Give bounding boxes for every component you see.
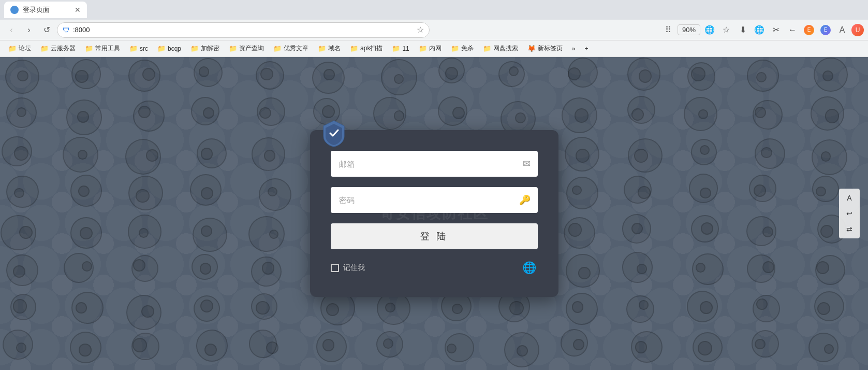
bookmark-label: 云服务器	[51, 44, 76, 53]
bookmark-articles[interactable]: 📁 优秀文章	[269, 42, 313, 54]
bookmark-label: 新标签页	[538, 44, 563, 53]
folder-icon: 📁	[451, 45, 459, 52]
bookmark-crypto[interactable]: 📁 加解密	[186, 42, 224, 54]
folder-icon: 📁	[85, 45, 93, 52]
extension2-button[interactable]: E	[818, 23, 833, 37]
swap-icon: ⇄	[846, 225, 852, 233]
bookmark-src[interactable]: 📁 src	[125, 43, 152, 54]
bookmark-label: 加解密	[201, 44, 219, 53]
star-icon: ☆	[723, 25, 730, 35]
back-arrow-button[interactable]: ←	[785, 23, 800, 37]
bookmark-bcqp[interactable]: 📁 bcqp	[153, 43, 185, 54]
reload-button[interactable]: ↺	[39, 23, 54, 37]
login-card: 奇安信攻防社区 ✉ 🔑 登 陆 记住我 🌐	[310, 130, 558, 297]
folder-icon: 📁	[157, 45, 166, 52]
bookmark-label: bcqp	[168, 45, 181, 52]
extension2-icon: E	[820, 25, 831, 35]
bottom-row: 记住我 🌐	[331, 260, 538, 276]
download-button[interactable]: ⬇	[735, 23, 750, 37]
bookmark-label: 域名	[328, 44, 341, 53]
bookmark-label: 资产查询	[239, 44, 264, 53]
bookmark-star-icon[interactable]: ☆	[417, 25, 424, 35]
tab-close-button[interactable]: ✕	[75, 6, 81, 14]
float-undo-button[interactable]: ↩	[841, 206, 858, 221]
bookmark-cloud[interactable]: 📁 云服务器	[36, 42, 80, 54]
globe-lang-icon: 🌐	[522, 261, 536, 275]
bookmark-label: 常用工具	[95, 44, 120, 53]
float-swap-button[interactable]: ⇄	[841, 222, 858, 236]
bookmark-label: 11	[402, 45, 409, 52]
bookmark-netdisk[interactable]: 📁 网盘搜索	[479, 42, 522, 54]
firefox-icon: 🦊	[527, 45, 536, 52]
folder-icon: 📁	[190, 45, 199, 52]
bookmark-label: 网盘搜索	[493, 44, 518, 53]
folder-icon: 📁	[40, 45, 49, 52]
bookmark-new-tab-btn[interactable]: +	[580, 44, 592, 54]
password-icon: 🔑	[519, 194, 531, 206]
globe-button[interactable]: 🌐	[752, 23, 767, 37]
bookmark-domain[interactable]: 📁 域名	[314, 42, 345, 54]
screenshot-button[interactable]: ✂	[769, 23, 783, 37]
language-globe-button[interactable]: 🌐	[521, 260, 538, 276]
login-button[interactable]: 登 陆	[331, 223, 538, 249]
float-text-button[interactable]: A	[841, 191, 858, 205]
remember-me-checkbox[interactable]	[331, 264, 339, 272]
main-content: 奇安信攻防社区 ✉ 🔑 登 陆 记住我 🌐 A	[0, 57, 868, 370]
floating-toolbar: A ↩ ⇄	[839, 189, 860, 238]
active-tab[interactable]: 登录页面 ✕	[4, 2, 87, 18]
tab-title: 登录页面	[23, 5, 50, 15]
text-a-icon: A	[847, 194, 851, 202]
address-text: :8000	[73, 26, 414, 34]
folder-icon: 📁	[419, 45, 427, 52]
remember-me-label[interactable]: 记住我	[331, 263, 365, 273]
bookmark-label: 内网	[429, 44, 442, 53]
logo-area	[322, 120, 345, 148]
bookmarks-bar: 📁 论坛 📁 云服务器 📁 常用工具 📁 src 📁 bcqp 📁 加解密 📁 …	[0, 40, 868, 57]
folder-icon: 📁	[350, 45, 358, 52]
extension1-button[interactable]: E	[802, 23, 816, 37]
bookmark-label: 论坛	[19, 44, 31, 53]
translate-icon: 🌐	[704, 25, 715, 35]
folder-icon: 📁	[229, 45, 237, 52]
folder-icon: 📁	[129, 45, 138, 52]
nav-bar: ‹ › ↺ 🛡 :8000 ☆ ⠿ 90% 🌐 ☆ ⬇ 🌐	[0, 20, 868, 40]
security-icon: 🛡	[63, 26, 70, 34]
shield-logo-icon	[322, 120, 345, 148]
bookmark-antikill[interactable]: 📁 免杀	[447, 42, 478, 54]
globe-icon: 🌐	[754, 25, 764, 35]
address-bar[interactable]: 🛡 :8000 ☆	[57, 22, 430, 38]
remember-me-text: 记住我	[343, 263, 365, 273]
browser-chrome: 登录页面 ✕ ‹ › ↺ 🛡 :8000 ☆ ⠿ 90% 🌐 ☆ ⬇	[0, 0, 868, 57]
bookmark-forum[interactable]: 📁 论坛	[4, 42, 35, 54]
back-button[interactable]: ‹	[4, 23, 19, 37]
translate2-icon: A	[840, 25, 845, 35]
undo-icon: ↩	[846, 209, 852, 218]
bookmark-11[interactable]: 📁 11	[388, 43, 413, 54]
tab-favicon	[10, 6, 19, 14]
password-input[interactable]	[331, 187, 538, 213]
avatar-letter: U	[856, 26, 860, 34]
forward-button[interactable]: ›	[22, 23, 36, 37]
translate-button[interactable]: 🌐	[702, 23, 717, 37]
bookmark-tools[interactable]: 📁 常用工具	[81, 42, 124, 54]
bookmark-button[interactable]: ☆	[719, 23, 733, 37]
folder-icon: 📁	[483, 45, 491, 52]
extension1-icon: E	[804, 25, 814, 35]
download-icon: ⬇	[740, 25, 746, 35]
scissors-icon: ✂	[773, 25, 779, 35]
bookmark-label: 优秀文章	[284, 44, 308, 53]
bookmark-label: src	[140, 45, 148, 52]
email-input[interactable]	[331, 151, 538, 177]
bookmark-more[interactable]: »	[568, 44, 580, 54]
bookmark-newtab[interactable]: 🦊 新标签页	[523, 42, 567, 54]
bookmark-assets[interactable]: 📁 资产查询	[225, 42, 268, 54]
bookmark-apk[interactable]: 📁 apk扫描	[346, 42, 387, 54]
email-icon: ✉	[523, 158, 531, 169]
qr-code-button[interactable]: ⠿	[661, 23, 675, 37]
qr-icon: ⠿	[665, 25, 671, 35]
password-input-wrapper: 🔑	[331, 187, 538, 213]
bookmark-intranet[interactable]: 📁 内网	[415, 42, 446, 54]
profile-avatar[interactable]: U	[851, 24, 864, 36]
folder-icon: 📁	[392, 45, 400, 52]
translate2-button[interactable]: A	[835, 23, 849, 37]
